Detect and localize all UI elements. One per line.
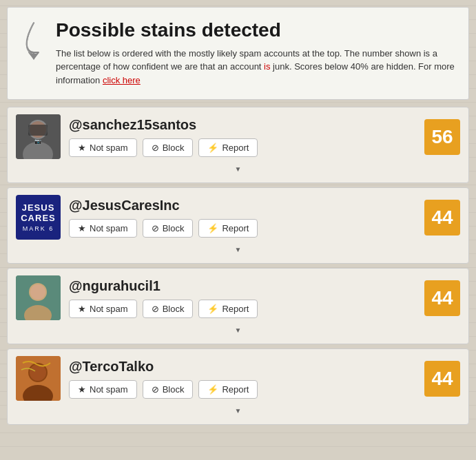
not-spam-button[interactable]: ★ Not spam	[69, 300, 137, 318]
block-button[interactable]: ⊘ Block	[143, 300, 194, 318]
block-icon: ⊘	[152, 223, 159, 233]
account-row: @ngurahucil1 ★ Not spam ⊘ Block ⚡ Report	[16, 275, 460, 320]
action-buttons: ★ Not spam ⊘ Block ⚡ Report	[69, 138, 416, 157]
header-description: The list below is ordered with the mostl…	[56, 47, 455, 87]
not-spam-label: Not spam	[90, 223, 128, 233]
account-handle: @sanchez15santos	[69, 117, 416, 133]
report-label: Report	[222, 304, 249, 314]
expand-row: ▼	[16, 240, 460, 256]
svg-rect-5	[28, 125, 48, 136]
block-icon: ⊘	[152, 143, 159, 153]
block-icon: ⊘	[152, 384, 159, 395]
account-info: @JesusCaresInc ★ Not spam ⊘ Block ⚡ Repo…	[69, 198, 416, 238]
page-title: Possible stains detected	[56, 20, 455, 41]
not-spam-button[interactable]: ★ Not spam	[69, 138, 137, 157]
account-info: @TercoTalko ★ Not spam ⊘ Block ⚡ Report	[69, 359, 416, 399]
expand-row: ▼	[16, 159, 460, 176]
account-handle: @TercoTalko	[69, 359, 416, 375]
arrow-icon	[20, 20, 48, 61]
lightning-icon: ⚡	[207, 304, 218, 314]
report-label: Report	[222, 223, 249, 233]
click-here-link[interactable]: click here	[103, 75, 141, 85]
account-row: @TercoTalko ★ Not spam ⊘ Block ⚡ Report	[16, 356, 460, 401]
not-spam-button[interactable]: ★ Not spam	[69, 380, 137, 399]
svg-text:📷: 📷	[34, 138, 41, 145]
account-card-1: JESUS CARES MARK 6 @JesusCaresInc ★ Not …	[7, 187, 469, 264]
block-label: Block	[163, 304, 185, 314]
block-button[interactable]: ⊘ Block	[143, 380, 194, 399]
score-badge: 44	[424, 361, 460, 397]
report-label: Report	[222, 143, 249, 153]
account-row: JESUS CARES MARK 6 @JesusCaresInc ★ Not …	[16, 195, 460, 240]
lightning-icon: ⚡	[207, 384, 218, 395]
expand-arrow[interactable]: ▼	[235, 165, 242, 173]
account-info: @ngurahucil1 ★ Not spam ⊘ Block ⚡ Report	[69, 278, 416, 318]
block-label: Block	[163, 143, 185, 153]
lightning-icon: ⚡	[207, 143, 218, 153]
not-spam-label: Not spam	[90, 384, 128, 395]
accounts-list: 📷 @sanchez15santos ★ Not spam ⊘ Block ⚡	[0, 107, 476, 425]
expand-arrow[interactable]: ▼	[235, 326, 242, 334]
action-buttons: ★ Not spam ⊘ Block ⚡ Report	[69, 219, 416, 238]
account-info: @sanchez15santos ★ Not spam ⊘ Block ⚡ Re…	[69, 117, 416, 157]
report-label: Report	[222, 384, 249, 395]
expand-arrow[interactable]: ▼	[235, 246, 242, 253]
action-buttons: ★ Not spam ⊘ Block ⚡ Report	[69, 380, 416, 399]
account-card-0: 📷 @sanchez15santos ★ Not spam ⊘ Block ⚡	[7, 107, 469, 183]
score-badge: 44	[424, 200, 460, 236]
action-buttons: ★ Not spam ⊘ Block ⚡ Report	[69, 300, 416, 318]
not-spam-button[interactable]: ★ Not spam	[69, 219, 137, 238]
star-icon: ★	[78, 304, 86, 314]
expand-arrow[interactable]: ▼	[235, 407, 242, 415]
report-button[interactable]: ⚡ Report	[198, 219, 258, 238]
score-badge: 56	[424, 119, 460, 155]
block-button[interactable]: ⊘ Block	[143, 138, 194, 157]
block-label: Block	[163, 223, 185, 233]
star-icon: ★	[78, 384, 86, 395]
expand-row: ▼	[16, 401, 460, 417]
svg-marker-0	[30, 54, 37, 60]
svg-point-10	[30, 284, 45, 300]
report-button[interactable]: ⚡ Report	[198, 300, 258, 318]
expand-row: ▼	[16, 320, 460, 337]
svg-point-14	[30, 364, 46, 381]
block-label: Block	[163, 384, 185, 395]
account-handle: @JesusCaresInc	[69, 198, 416, 213]
block-button[interactable]: ⊘ Block	[143, 219, 194, 238]
star-icon: ★	[78, 143, 86, 153]
account-card-2: @ngurahucil1 ★ Not spam ⊘ Block ⚡ Report	[7, 268, 469, 344]
header-panel: Possible stains detected The list below …	[7, 7, 469, 100]
report-button[interactable]: ⚡ Report	[198, 380, 258, 399]
block-icon: ⊘	[152, 304, 159, 314]
score-badge: 44	[424, 280, 460, 316]
account-row: 📷 @sanchez15santos ★ Not spam ⊘ Block ⚡	[16, 114, 460, 159]
not-spam-label: Not spam	[90, 304, 128, 314]
report-button[interactable]: ⚡ Report	[198, 138, 258, 157]
account-handle: @ngurahucil1	[69, 278, 416, 294]
lightning-icon: ⚡	[207, 223, 218, 233]
star-icon: ★	[78, 223, 86, 233]
account-card-3: @TercoTalko ★ Not spam ⊘ Block ⚡ Report	[7, 348, 469, 425]
not-spam-label: Not spam	[90, 143, 128, 153]
